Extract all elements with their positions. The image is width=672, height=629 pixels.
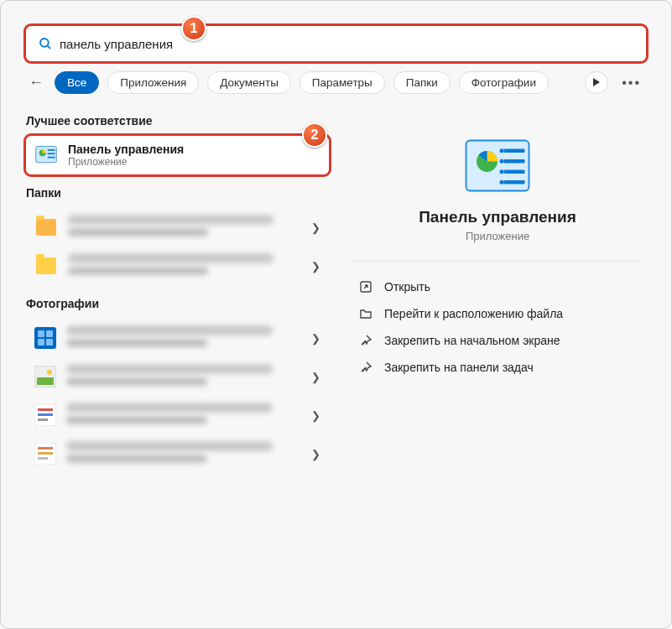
image-icon [34,327,56,349]
svg-rect-25 [504,149,525,153]
result-title: Панель управления [68,143,320,156]
image-icon [34,366,56,387]
svg-rect-17 [38,413,53,416]
folder-result[interactable]: ❯ [26,208,329,247]
svg-point-32 [500,180,504,185]
result-subtitle: Приложение [68,156,320,168]
action-label: Перейти к расположению файла [384,307,563,320]
svg-rect-29 [504,170,525,174]
svg-line-1 [48,46,50,49]
svg-rect-21 [38,452,53,455]
image-icon [34,443,56,465]
action-label: Закрепить на начальном экране [384,334,560,347]
filter-apps[interactable]: Приложения [107,71,199,94]
chevron-right-icon: ❯ [311,332,320,345]
folder-result[interactable]: ❯ [26,247,329,285]
action-pin-start[interactable]: Закрепить на начальном экране [349,327,646,354]
action-label: Открыть [384,280,430,294]
divider [354,261,641,262]
play-button[interactable] [585,71,608,94]
photo-result[interactable]: ❯ [26,357,329,396]
chevron-right-icon: ❯ [311,409,320,422]
control-panel-icon [34,143,58,167]
svg-rect-31 [504,180,525,184]
action-pin-taskbar[interactable]: Закрепить на панели задач [349,354,646,381]
detail-subtitle: Приложение [349,230,646,242]
filter-all[interactable]: Все [55,71,99,94]
svg-point-14 [47,370,52,375]
filter-documents[interactable]: Документы [207,71,291,94]
section-folders: Папки [26,186,329,200]
svg-rect-4 [48,149,55,151]
svg-rect-9 [46,330,53,337]
image-icon [34,404,56,426]
svg-rect-18 [38,418,48,421]
photo-result[interactable]: ❯ [26,319,329,357]
photo-result[interactable]: ❯ [26,434,329,473]
svg-point-0 [40,39,49,47]
control-panel-icon-large [464,134,531,201]
svg-rect-22 [38,457,48,460]
svg-point-26 [500,148,504,153]
svg-rect-16 [38,408,53,411]
pin-icon [359,334,372,347]
svg-rect-13 [37,377,54,385]
open-icon [359,280,372,294]
search-input[interactable] [53,37,634,51]
chevron-right-icon: ❯ [311,448,320,460]
svg-rect-20 [38,447,53,450]
chevron-right-icon: ❯ [311,260,320,273]
search-icon [38,36,53,51]
more-button[interactable]: ••• [617,72,646,94]
chevron-right-icon: ❯ [311,221,320,234]
folder-icon [34,254,58,278]
section-photos: Фотографии [26,297,329,310]
svg-rect-5 [48,153,55,154]
svg-rect-7 [34,327,56,349]
svg-rect-11 [46,339,53,346]
photo-result[interactable]: ❯ [26,396,329,434]
search-box[interactable] [26,26,646,61]
detail-pane: Панель управления Приложение [349,134,646,242]
folder-icon [359,307,372,320]
filter-bar: ← Все Приложения Документы Параметры Пап… [1,61,671,102]
svg-rect-8 [38,330,44,337]
svg-rect-6 [48,157,55,159]
filter-photos[interactable]: Фотографии [459,71,549,94]
filter-settings[interactable]: Параметры [300,71,385,94]
back-button[interactable]: ← [26,74,46,91]
best-match-result[interactable]: Панель управления Приложение [26,136,329,174]
callout-1: 1 [181,16,206,41]
pin-icon [359,361,372,374]
callout-2: 2 [302,122,327,148]
svg-point-30 [500,169,504,174]
action-open-location[interactable]: Перейти к расположению файла [349,300,646,327]
svg-rect-10 [38,339,44,346]
filter-folders[interactable]: Папки [393,71,451,94]
svg-rect-27 [504,159,525,163]
folder-icon [34,216,58,239]
chevron-right-icon: ❯ [311,371,320,383]
section-best-match: Лучшее соответствие [26,114,329,127]
detail-title: Панель управления [349,208,646,226]
svg-point-28 [500,159,504,164]
play-icon [592,78,601,86]
action-open[interactable]: Открыть [349,273,646,300]
action-label: Закрепить на панели задач [384,361,534,374]
